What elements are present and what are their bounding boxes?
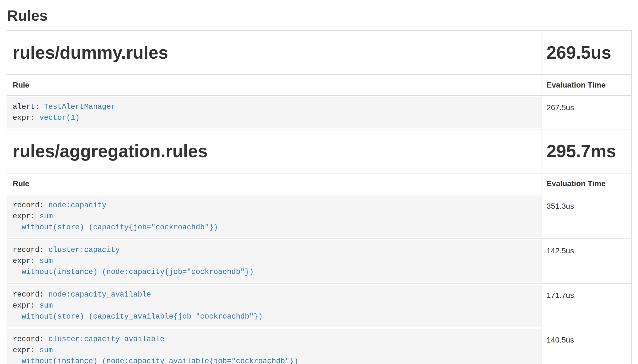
rule-link[interactable]: sum <box>39 212 53 221</box>
rule-link[interactable]: node:capacity_available <box>48 290 151 299</box>
rule-evaluation-time: 267.5us <box>542 96 632 129</box>
rule-group-evaluation-time-cell: 269.5us <box>542 31 632 75</box>
rule-cell: record: node:capacityexpr: sum without(s… <box>7 194 542 239</box>
rule-evaluation-time: 140.5us <box>542 328 632 364</box>
rule-code-line: record: node:capacity_available <box>13 289 537 300</box>
rule-group-file: rules/aggregation.rules <box>13 142 537 161</box>
rule-group-file: rules/dummy.rules <box>13 43 537 62</box>
column-header-row: Rule Evaluation Time <box>7 173 632 194</box>
rule-evaluation-time: 142.5us <box>542 239 632 283</box>
rule-link[interactable]: cluster:capacity <box>48 246 120 254</box>
rule-link[interactable]: vector(1) <box>39 114 80 122</box>
column-header-row: Rule Evaluation Time <box>7 75 632 96</box>
rule-keyword: expr: <box>13 212 39 221</box>
rules-page: Rules rules/dummy.rules 269.5us Rule Eva… <box>0 0 638 364</box>
rule-code-line: expr: vector(1) <box>13 112 537 123</box>
rule-link[interactable]: without(instance) (node:capacity{job="co… <box>13 268 254 276</box>
rule-link[interactable]: node:capacity <box>48 201 107 210</box>
rule-keyword: record: <box>13 246 48 254</box>
evaluation-time-column-header: Evaluation Time <box>542 173 632 194</box>
rule-keyword: expr: <box>13 346 39 354</box>
rule-link[interactable]: without(instance) (node:capacity_availab… <box>13 357 298 364</box>
page-title: Rules <box>7 0 631 30</box>
rule-code-line: expr: sum <box>13 256 537 267</box>
rule-code-line: record: cluster:capacity <box>13 245 537 256</box>
rule-code-line: without(store) (capacity_available{job="… <box>13 311 537 322</box>
rules-table: rules/dummy.rules 269.5us Rule Evaluatio… <box>7 30 632 364</box>
rule-link[interactable]: without(store) (capacity_available{job="… <box>13 313 263 321</box>
rule-group-file-cell: rules/dummy.rules <box>7 31 542 75</box>
rule-definition: alert: TestAlertManagerexpr: vector(1) <box>7 97 542 128</box>
rule-keyword: expr: <box>13 257 39 265</box>
rule-row: record: node:capacityexpr: sum without(s… <box>7 194 632 239</box>
rule-group-evaluation-time: 269.5us <box>547 43 627 62</box>
rule-row: record: node:capacity_availableexpr: sum… <box>7 283 632 328</box>
rule-code-line: without(instance) (node:capacity_availab… <box>13 356 537 364</box>
rule-code-line: record: cluster:capacity_available <box>13 334 537 345</box>
rule-evaluation-time: 171.7us <box>542 283 632 328</box>
rule-row: record: cluster:capacity_availableexpr: … <box>7 328 632 364</box>
rule-column-header: Rule <box>7 75 542 96</box>
rule-link[interactable]: cluster:capacity_available <box>48 335 164 343</box>
rule-row: alert: TestAlertManagerexpr: vector(1) 2… <box>7 96 632 129</box>
rule-group-evaluation-time-cell: 295.7ms <box>542 129 632 173</box>
rule-code-line: without(store) (capacity{job="cockroachd… <box>13 222 537 233</box>
rule-group-header-row: rules/aggregation.rules 295.7ms <box>7 129 632 173</box>
rule-cell: record: cluster:capacity_availableexpr: … <box>7 328 542 364</box>
rule-cell: record: cluster:capacityexpr: sum withou… <box>7 239 542 283</box>
rule-code-line: record: node:capacity <box>13 200 537 211</box>
rule-group-file-cell: rules/aggregation.rules <box>7 129 542 173</box>
rule-group-header-row: rules/dummy.rules 269.5us <box>7 31 632 75</box>
rule-keyword: record: <box>13 335 48 343</box>
rule-link[interactable]: sum <box>39 346 53 354</box>
evaluation-time-column-header: Evaluation Time <box>542 75 632 96</box>
rule-link[interactable]: TestAlertManager <box>44 103 115 111</box>
rule-group-evaluation-time: 295.7ms <box>547 142 627 161</box>
rule-column-header: Rule <box>7 173 542 194</box>
rule-definition: record: node:capacity_availableexpr: sum… <box>7 285 542 327</box>
rule-cell: record: node:capacity_availableexpr: sum… <box>7 283 542 328</box>
rule-definition: record: node:capacityexpr: sum without(s… <box>7 195 542 237</box>
rule-code-line: expr: sum <box>13 300 537 311</box>
rule-keyword: record: <box>13 290 48 299</box>
rule-keyword: record: <box>13 201 48 210</box>
rule-keyword: expr: <box>13 301 39 310</box>
rule-definition: record: cluster:capacityexpr: sum withou… <box>7 240 542 282</box>
rule-link[interactable]: sum <box>39 257 53 265</box>
rule-code-line: without(instance) (node:capacity{job="co… <box>13 267 537 278</box>
rule-evaluation-time: 351.3us <box>542 194 632 239</box>
rule-row: record: cluster:capacityexpr: sum withou… <box>7 239 632 283</box>
rule-code-line: alert: TestAlertManager <box>13 101 537 112</box>
rule-keyword: alert: <box>13 103 44 111</box>
rule-code-line: expr: sum <box>13 345 537 356</box>
rule-keyword: expr: <box>13 114 39 122</box>
rule-link[interactable]: without(store) (capacity{job="cockroachd… <box>13 223 218 232</box>
rule-code-line: expr: sum <box>13 211 537 222</box>
rule-cell: alert: TestAlertManagerexpr: vector(1) <box>7 96 542 129</box>
rule-definition: record: cluster:capacity_availableexpr: … <box>7 329 542 364</box>
rule-link[interactable]: sum <box>39 301 53 310</box>
